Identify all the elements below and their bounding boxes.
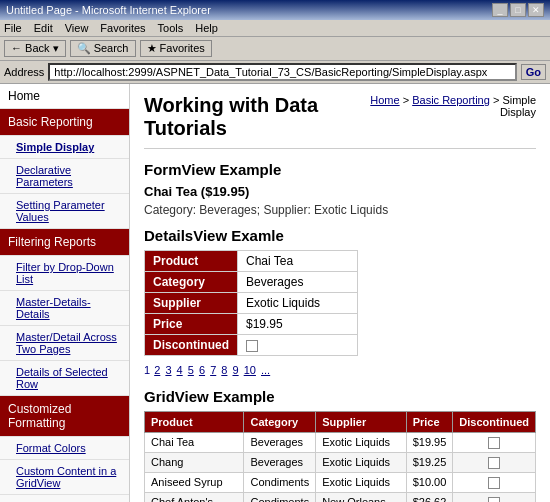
detailsview-title: DetailsView Examle [144, 227, 536, 244]
details-value [238, 335, 358, 356]
maximize-button[interactable]: □ [510, 3, 526, 17]
formview-detail: Category: Beverages; Supplier: Exotic Li… [144, 203, 536, 217]
grid-cell-price: $26.62 [406, 493, 453, 502]
details-label: Category [145, 272, 238, 293]
pager-link[interactable]: 5 [188, 364, 194, 376]
address-input[interactable] [48, 63, 516, 81]
grid-cell-supplier: Exotic Liquids [316, 453, 407, 473]
grid-cell-category: Condiments [244, 493, 316, 502]
pager-link[interactable]: 4 [177, 364, 183, 376]
toolbar: ← Back ▾ 🔍 Search ★ Favorites [0, 37, 550, 61]
menu-help[interactable]: Help [195, 22, 218, 34]
grid-cell-discontinued [453, 473, 536, 493]
pager-link[interactable]: 6 [199, 364, 205, 376]
sidebar-item-format-colors[interactable]: Format Colors [0, 437, 129, 460]
sidebar-declarative-params-label: Declarative Parameters [16, 164, 73, 188]
details-value: Chai Tea [238, 251, 358, 272]
page-header: Working with Data Tutorials Home > Basic… [144, 94, 536, 149]
go-button[interactable]: Go [521, 64, 546, 80]
sidebar-master-detail-label: Master/Detail Across Two Pages [16, 331, 117, 355]
details-label: Price [145, 314, 238, 335]
details-value: $19.95 [238, 314, 358, 335]
grid-column-header: Discontinued [453, 412, 536, 433]
sidebar-item-home[interactable]: Home [0, 84, 129, 109]
sidebar-basic-reporting-label: Basic Reporting [8, 115, 93, 129]
grid-cell-supplier: Exotic Liquids [316, 433, 407, 453]
pager-link[interactable]: 10 [244, 364, 256, 376]
menu-edit[interactable]: Edit [34, 22, 53, 34]
pager-current: 1 [144, 364, 150, 376]
sidebar-format-colors-label: Format Colors [16, 442, 86, 454]
grid-cell-product: Chai Tea [145, 433, 244, 453]
grid-cell-discontinued [453, 493, 536, 502]
pager-link[interactable]: 7 [210, 364, 216, 376]
pager-link[interactable]: 9 [233, 364, 239, 376]
sidebar-item-master-detail[interactable]: Master/Detail Across Two Pages [0, 326, 129, 361]
main-content: Working with Data Tutorials Home > Basic… [130, 84, 550, 502]
grid-cell-product: Aniseed Syrup [145, 473, 244, 493]
menu-favorites[interactable]: Favorites [100, 22, 145, 34]
search-button[interactable]: 🔍 Search [70, 40, 136, 57]
sidebar-category-basic-reporting[interactable]: Basic Reporting [0, 109, 129, 136]
breadcrumb-basic[interactable]: Basic Reporting [412, 94, 490, 106]
sidebar-item-master-details[interactable]: Master-Details-Details [0, 291, 129, 326]
discontinued-checkbox [246, 340, 258, 352]
sidebar-item-declarative-params[interactable]: Declarative Parameters [0, 159, 129, 194]
grid-column-header: Price [406, 412, 453, 433]
breadcrumb-home[interactable]: Home [370, 94, 399, 106]
sidebar-item-simple-display[interactable]: Simple Display [0, 136, 129, 159]
favorites-button[interactable]: ★ Favorites [140, 40, 212, 57]
sidebar-category-filtering[interactable]: Filtering Reports [0, 229, 129, 256]
menu-tools[interactable]: Tools [158, 22, 184, 34]
grid-column-header: Category [244, 412, 316, 433]
menu-file[interactable]: File [4, 22, 22, 34]
browser-title: Untitled Page - Microsoft Internet Explo… [6, 4, 211, 16]
sidebar-home-label: Home [8, 89, 40, 103]
breadcrumb-sep2: > [490, 94, 503, 106]
grid-column-header: Product [145, 412, 244, 433]
menu-view[interactable]: View [65, 22, 89, 34]
detailsview-section: DetailsView Examle ProductChai TeaCatego… [144, 227, 536, 376]
pager-link[interactable]: ... [261, 364, 270, 376]
sidebar-category-customized[interactable]: Customized Formatting [0, 396, 129, 437]
sidebar-master-details-label: Master-Details-Details [16, 296, 91, 320]
sidebar-simple-display-label: Simple Display [16, 141, 94, 153]
grid-cell-product: Chang [145, 453, 244, 473]
pager-link[interactable]: 3 [165, 364, 171, 376]
sidebar-item-filter-dropdown[interactable]: Filter by Drop-Down List [0, 256, 129, 291]
sidebar-item-custom-grid[interactable]: Custom Content in a GridView [0, 460, 129, 495]
grid-column-header: Supplier [316, 412, 407, 433]
gridview-section: GridView Example ProductCategorySupplier… [144, 388, 536, 502]
sidebar-details-selected-label: Details of Selected Row [16, 366, 108, 390]
grid-cell-price: $19.25 [406, 453, 453, 473]
grid-cell-price: $19.95 [406, 433, 453, 453]
details-label: Discontinued [145, 335, 238, 356]
sidebar-item-details-selected[interactable]: Details of Selected Row [0, 361, 129, 396]
pager-link[interactable]: 8 [221, 364, 227, 376]
page-title: Working with Data Tutorials [144, 94, 364, 140]
sidebar-customized-label: Customized Formatting [8, 402, 71, 430]
pager: 1 2 3 4 5 6 7 8 9 10 ... [144, 364, 536, 376]
grid-discontinued-checkbox [488, 437, 500, 449]
details-label: Supplier [145, 293, 238, 314]
breadcrumb-current: Simple Display [500, 94, 536, 118]
address-bar: Address Go [0, 61, 550, 84]
grid-cell-supplier: Exotic Liquids [316, 473, 407, 493]
back-button[interactable]: ← Back ▾ [4, 40, 66, 57]
breadcrumb: Home > Basic Reporting > Simple Display [364, 94, 536, 118]
grid-cell-category: Condiments [244, 473, 316, 493]
menu-bar: File Edit View Favorites Tools Help [0, 20, 550, 37]
details-table: ProductChai TeaCategoryBeveragesSupplier… [144, 250, 358, 356]
window-controls: _ □ ✕ [492, 3, 544, 17]
sidebar-item-setting-param[interactable]: Setting Parameter Values [0, 194, 129, 229]
close-button[interactable]: ✕ [528, 3, 544, 17]
pager-link[interactable]: 2 [154, 364, 160, 376]
minimize-button[interactable]: _ [492, 3, 508, 17]
formview-product-name: Chai Tea ($19.95) [144, 184, 536, 199]
sidebar-filter-dropdown-label: Filter by Drop-Down List [16, 261, 114, 285]
title-bar: Untitled Page - Microsoft Internet Explo… [0, 0, 550, 20]
sidebar-item-custom-details[interactable]: Custom Content in a DetailsView [0, 495, 129, 502]
grid-discontinued-checkbox [488, 457, 500, 469]
details-label: Product [145, 251, 238, 272]
gridview-title: GridView Example [144, 388, 536, 405]
